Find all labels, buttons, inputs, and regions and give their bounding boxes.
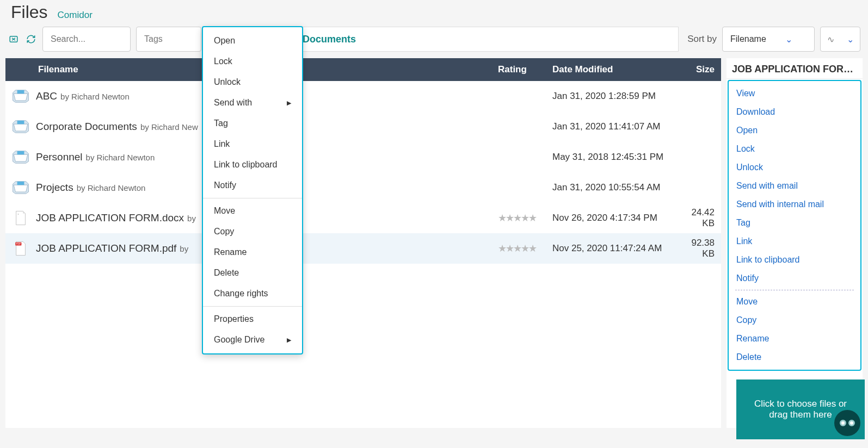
sort-select[interactable]: Filename ⌄	[722, 27, 815, 52]
file-date: Nov 26, 2020 4:17:34 PM	[552, 213, 678, 223]
side-panel-title: JOB APPLICATION FORM...	[727, 58, 863, 79]
doc-icon: *	[5, 210, 36, 226]
file-date: May 31, 2018 12:45:31 PM	[552, 152, 678, 163]
side-action-link[interactable]: Open	[731, 121, 858, 140]
sort-label: Sort by	[687, 34, 717, 45]
refresh-icon[interactable]	[25, 33, 37, 45]
table-header: Filename Rating Date Modified Size	[5, 58, 721, 81]
toolbar: Tags d Folders ▸ Public Documents Sort b…	[0, 27, 868, 58]
context-menu-item[interactable]: Link to clipboard	[203, 154, 302, 175]
file-rating: ★★★★★	[498, 242, 552, 254]
svg-text:PDF: PDF	[16, 242, 21, 245]
table-row[interactable]: Personnelby Richard NewtonMay 31, 2018 1…	[5, 142, 721, 172]
svg-rect-1	[17, 90, 24, 94]
tags-input[interactable]: Tags	[136, 27, 201, 52]
submenu-arrow-icon: ▶	[287, 99, 291, 107]
page-header: Files Comidor	[0, 0, 868, 27]
submenu-arrow-icon: ▶	[287, 337, 291, 344]
side-action-link[interactable]: Lock	[731, 140, 858, 158]
file-size: 92.38 KB	[678, 238, 721, 259]
context-menu-item[interactable]: Lock	[203, 51, 302, 72]
context-menu-item[interactable]: Copy	[203, 221, 302, 242]
sort-area: Sort by Filename ⌄ ∿ ⌄	[687, 27, 860, 52]
pdf-icon: PDF	[5, 241, 36, 256]
file-size: 24.42 KB	[678, 207, 721, 229]
file-rating: ★★★★★	[498, 212, 552, 224]
side-action-link[interactable]: Notify	[731, 269, 858, 288]
side-action-link[interactable]: Copy	[731, 311, 858, 329]
side-action-link[interactable]: Send with email	[731, 177, 858, 195]
side-action-link[interactable]: Move	[731, 293, 858, 311]
folder-icon	[5, 119, 36, 134]
file-date: Jan 31, 2020 10:55:54 AM	[552, 182, 678, 193]
search-input[interactable]	[42, 27, 131, 52]
table-row[interactable]: Projectsby Richard NewtonJan 31, 2020 10…	[5, 172, 721, 203]
side-panel: JOB APPLICATION FORM... ViewDownloadOpen…	[727, 58, 863, 428]
assistant-avatar[interactable]	[834, 410, 860, 436]
side-action-link[interactable]: Link	[731, 232, 858, 251]
table-row[interactable]: *JOB APPLICATION FORM.docxby★★★★★Nov 26,…	[5, 203, 721, 233]
sort-direction-button[interactable]: ∿ ⌄	[820, 27, 860, 52]
sort-value: Filename	[730, 34, 766, 44]
context-menu-item[interactable]: Google Drive▶	[203, 329, 302, 350]
folder-icon	[5, 150, 36, 165]
menu-separator	[203, 306, 302, 307]
menu-separator	[203, 198, 302, 198]
context-menu-item[interactable]: Send with▶	[203, 92, 302, 113]
col-size[interactable]: Size	[678, 64, 721, 75]
side-action-link[interactable]: Delete	[731, 348, 858, 366]
side-action-link[interactable]: View	[731, 84, 858, 103]
table-row[interactable]: PDFJOB APPLICATION FORM.pdfby★★★★★Nov 25…	[5, 233, 721, 264]
side-action-link[interactable]: Download	[731, 103, 858, 121]
page-title: Files	[11, 2, 48, 22]
folder-icon	[5, 89, 36, 104]
tags-placeholder: Tags	[144, 34, 163, 44]
brand-name: Comidor	[58, 10, 93, 21]
svg-text:*: *	[17, 214, 19, 216]
chevron-down-icon: ⌄	[785, 34, 792, 45]
file-date: Jan 31, 2020 1:28:59 PM	[552, 91, 678, 102]
clear-icon[interactable]	[8, 33, 20, 45]
side-action-link[interactable]: Tag	[731, 214, 858, 232]
context-menu-item[interactable]: Notify	[203, 175, 302, 196]
context-menu-item[interactable]: Tag	[203, 113, 302, 134]
col-date[interactable]: Date Modified	[552, 64, 678, 75]
context-menu-item[interactable]: Move	[203, 201, 302, 221]
side-action-link[interactable]: Send with internal mail	[731, 195, 858, 214]
file-date: Nov 25, 2020 11:47:24 AM	[552, 243, 678, 254]
table-row[interactable]: ABCby Richard NewtonJan 31, 2020 1:28:59…	[5, 81, 721, 111]
side-action-link[interactable]: Link to clipboard	[731, 251, 858, 269]
folder-icon	[5, 180, 36, 195]
svg-rect-3	[17, 151, 24, 154]
files-table: Filename Rating Date Modified Size ABCby…	[5, 58, 721, 428]
context-menu-item[interactable]: Unlock	[203, 72, 302, 92]
context-menu-item[interactable]: Properties	[203, 309, 302, 329]
side-action-link[interactable]: Rename	[731, 329, 858, 348]
side-action-link[interactable]: Unlock	[731, 158, 858, 177]
table-row[interactable]: Corporate Documentsby Richard NewJan 31,…	[5, 111, 721, 142]
context-menu-item[interactable]: Rename	[203, 242, 302, 263]
side-divider	[735, 290, 854, 290]
svg-rect-4	[17, 182, 24, 185]
chevron-down-icon: ⌄	[847, 34, 854, 45]
context-menu: OpenLockUnlockSend with▶TagLinkLink to c…	[202, 26, 303, 354]
context-menu-item[interactable]: Open	[203, 30, 302, 51]
context-menu-item[interactable]: Link	[203, 134, 302, 154]
sort-wavy-icon: ∿	[827, 34, 834, 45]
svg-rect-2	[17, 121, 24, 124]
context-menu-item[interactable]: Change rights	[203, 283, 302, 304]
col-rating[interactable]: Rating	[498, 64, 552, 75]
side-actions-list: ViewDownloadOpenLockUnlockSend with emai…	[728, 80, 861, 371]
file-date: Jan 31, 2020 11:41:07 AM	[552, 121, 678, 132]
drop-zone-text: Click to choose files or drag them here	[752, 399, 849, 420]
context-menu-item[interactable]: Delete	[203, 263, 302, 283]
